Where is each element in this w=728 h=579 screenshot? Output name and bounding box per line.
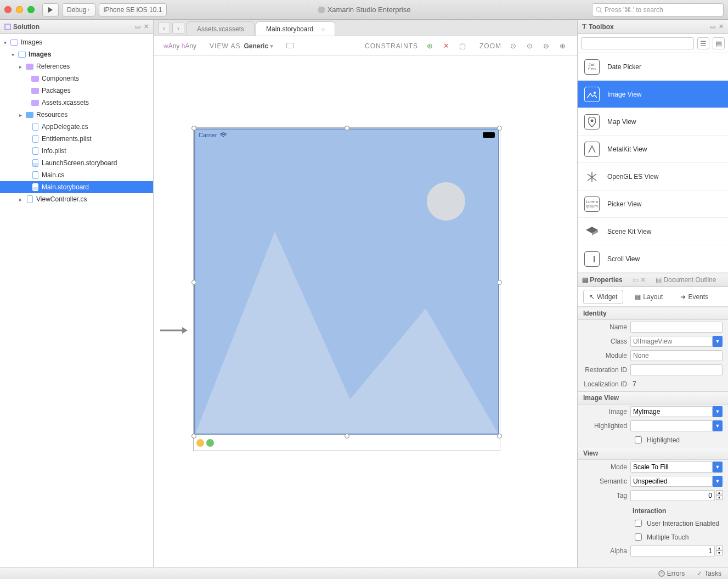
tree-launchscreen[interactable]: LaunchScreen.storyboard <box>0 157 153 169</box>
properties-tab[interactable]: ▤ Properties <box>582 276 623 284</box>
orientation-toggle[interactable] <box>286 42 294 50</box>
properties-body[interactable]: Identity Name Class▼ Module Restoration … <box>578 307 728 567</box>
tab-main-storyboard[interactable]: Main.storyboard○ <box>256 21 335 36</box>
stepper-icon[interactable]: ▲▼ <box>716 490 723 501</box>
tree-info-plist[interactable]: Info.plist <box>0 145 153 157</box>
toolbox-item-opengl-view[interactable]: OpenGL ES View <box>578 163 728 190</box>
tree-main-storyboard[interactable]: Main.storyboard <box>0 181 153 193</box>
tree-main-cs[interactable]: Main.cs <box>0 169 153 181</box>
date-picker-icon: JanFeb <box>584 59 600 75</box>
tab-assets[interactable]: Assets.xcassets <box>187 21 255 36</box>
toolbox-item-metalkit-view[interactable]: MetalKit View <box>578 136 728 163</box>
tree-packages[interactable]: Packages <box>0 85 153 97</box>
resize-handle[interactable] <box>345 126 349 131</box>
dropdown-icon[interactable]: ▼ <box>713 462 723 473</box>
toolbox-compact-icon[interactable]: ☰ <box>697 37 709 49</box>
zoom-actual-icon[interactable]: ⊙ <box>524 41 534 51</box>
resize-handle[interactable] <box>497 280 502 285</box>
carrier-label: Carrier <box>199 132 217 138</box>
tree-entitlements[interactable]: Entitlements.plist <box>0 133 153 145</box>
prop-name-input[interactable] <box>630 322 723 333</box>
add-constraint-icon[interactable]: ⊕ <box>425 41 434 51</box>
tree-appdelegate[interactable]: AppDelegate.cs <box>0 121 153 133</box>
dropdown-icon[interactable]: ▼ <box>713 336 723 347</box>
prop-module-input[interactable] <box>630 350 723 361</box>
prop-highlighted-input[interactable] <box>630 420 713 431</box>
properties-tab-events[interactable]: ➜ Events <box>674 290 714 304</box>
prop-semantic-input[interactable] <box>630 476 713 487</box>
resize-handle[interactable] <box>497 126 502 131</box>
document-outline-tab[interactable]: ▤ Document Outline <box>656 276 716 284</box>
toolbox-item-scroll-view[interactable]: Scroll View <box>578 245 728 273</box>
toolbox-list[interactable]: JanFebDate Picker Image View Map View Me… <box>578 53 728 273</box>
config-selector[interactable]: Debug › <box>62 3 95 16</box>
prop-restoration-input[interactable] <box>630 364 723 375</box>
tree-references[interactable]: ▸References <box>0 60 153 72</box>
tree-assets[interactable]: Assets.xcassets <box>0 97 153 109</box>
size-class-selector[interactable]: wAny hAny <box>163 42 196 50</box>
toolbox-item-scenekit-view[interactable]: Scene Kit View <box>578 218 728 245</box>
device-selector[interactable]: iPhone SE iOS 10.1 <box>99 3 167 16</box>
pad-dock-icon[interactable]: ▭ <box>135 23 140 30</box>
errors-button[interactable]: Errors <box>658 570 685 577</box>
prop-highlighted-checkbox[interactable] <box>635 436 642 443</box>
global-search-input[interactable]: Press '⌘.' to search <box>592 3 724 16</box>
properties-tab-widget[interactable]: ↖ Widget <box>583 290 623 304</box>
dropdown-icon[interactable]: ▼ <box>713 420 723 431</box>
resize-handle[interactable] <box>497 434 502 439</box>
remove-constraint-icon[interactable]: ✕ <box>441 41 451 51</box>
design-canvas[interactable]: Carrier <box>154 56 577 567</box>
view-as-selector[interactable]: VIEW ASGeneric ▾ <box>210 42 273 50</box>
chevron-right-icon: › <box>87 7 89 13</box>
dropdown-icon[interactable]: ▼ <box>713 406 723 417</box>
pad-close-icon[interactable]: ✕ <box>144 23 149 30</box>
frames-icon[interactable]: ▢ <box>458 41 467 51</box>
first-responder-icon[interactable] <box>206 439 214 447</box>
svg-marker-6 <box>195 232 365 434</box>
zoom-window-icon[interactable] <box>27 6 35 13</box>
dropdown-icon[interactable]: ▼ <box>713 476 723 487</box>
vc-icon[interactable] <box>196 439 204 447</box>
toolbox-search-input[interactable] <box>581 37 694 49</box>
initial-vc-arrow-icon <box>160 325 188 336</box>
tree-resources[interactable]: ▸Resources <box>0 109 153 121</box>
toolbox-item-image-view[interactable]: Image View <box>578 81 728 108</box>
zoom-fit-icon[interactable]: ⊙ <box>508 41 518 51</box>
prop-alpha-input[interactable] <box>630 546 715 556</box>
tree-components[interactable]: Components <box>0 72 153 85</box>
minimize-window-icon[interactable] <box>16 6 23 13</box>
toolbox-item-picker-view[interactable]: LoremIpsumPicker View <box>578 190 728 218</box>
pad-close-icon[interactable]: ✕ <box>719 23 724 30</box>
tree-solution-root[interactable]: ▾Images <box>0 36 153 48</box>
prop-mode-input[interactable] <box>630 462 713 473</box>
resize-handle[interactable] <box>345 434 349 439</box>
resize-handle[interactable] <box>191 434 196 439</box>
zoom-in-icon[interactable]: ⊕ <box>557 41 567 51</box>
prop-image-input[interactable] <box>630 406 713 417</box>
tree-project[interactable]: ▾Images <box>0 48 153 60</box>
prop-multitouch-checkbox[interactable] <box>635 533 642 541</box>
toolbox-item-map-view[interactable]: Map View <box>578 108 728 136</box>
svg-marker-5 <box>182 327 188 334</box>
svg-line-2 <box>600 11 602 13</box>
prop-tag-input[interactable] <box>630 490 715 501</box>
solution-tree[interactable]: ▾Images ▾Images ▸References Components P… <box>0 34 153 567</box>
tasks-button[interactable]: ✓Tasks <box>697 570 721 577</box>
tree-viewcontroller[interactable]: ▸ViewController.cs <box>0 193 153 205</box>
properties-tab-layout[interactable]: ▦ Layout <box>629 290 669 304</box>
toolbox-list-icon[interactable]: ▤ <box>713 37 725 49</box>
toolbox-item-date-picker[interactable]: JanFebDate Picker <box>578 53 728 81</box>
prop-class-input[interactable] <box>630 336 713 347</box>
section-view: View <box>578 447 728 460</box>
resize-handle[interactable] <box>191 280 196 285</box>
nav-back-button[interactable]: ‹ <box>158 22 170 34</box>
resize-handle[interactable] <box>191 126 196 131</box>
run-button[interactable] <box>42 3 59 16</box>
zoom-out-icon[interactable]: ⊖ <box>541 41 551 51</box>
close-window-icon[interactable] <box>4 6 12 13</box>
nav-forward-button[interactable]: › <box>172 22 184 34</box>
prop-uie-checkbox[interactable] <box>635 520 642 527</box>
close-tab-icon[interactable]: ○ <box>321 25 325 33</box>
stepper-icon[interactable]: ▲▼ <box>716 546 723 556</box>
pad-dock-icon[interactable]: ▭ <box>710 23 715 30</box>
